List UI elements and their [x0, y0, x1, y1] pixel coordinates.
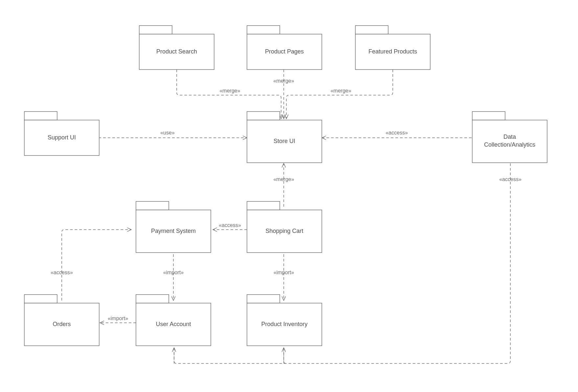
- svg-text:Payment System: Payment System: [151, 228, 196, 234]
- edge-label-import-2: «import»: [274, 270, 294, 275]
- edge-label-import-1: «import»: [163, 270, 184, 275]
- package-data-analytics: Data Collection/Analytics: [472, 112, 547, 163]
- svg-text:Product Inventory: Product Inventory: [261, 321, 307, 327]
- svg-text:Featured Products: Featured Products: [368, 48, 417, 55]
- svg-text:Support UI: Support UI: [48, 134, 76, 141]
- edge-analytics-down: [174, 163, 510, 363]
- svg-rect-3: [247, 26, 280, 34]
- svg-text:Product Search: Product Search: [156, 48, 197, 55]
- edge-label-merge-4: «merge»: [273, 176, 294, 182]
- package-product-pages: Product Pages: [247, 26, 322, 70]
- svg-text:Shopping Cart: Shopping Cart: [265, 228, 303, 234]
- edge-label-merge-1: «merge»: [219, 88, 240, 93]
- svg-rect-0: [139, 26, 172, 34]
- edge-label-import-3: «import»: [108, 316, 128, 321]
- edge-orders-payment: [62, 230, 131, 300]
- svg-rect-28: [136, 295, 169, 303]
- svg-rect-22: [247, 201, 280, 210]
- edge-label-merge-3: «merge»: [330, 88, 351, 93]
- package-user-account: User Account: [136, 295, 211, 346]
- svg-rect-12: [247, 112, 280, 120]
- edge-label-merge-2: «merge»: [273, 78, 294, 84]
- svg-text:Store UI: Store UI: [274, 138, 295, 144]
- svg-rect-9: [24, 112, 57, 120]
- edge-label-access-2: «access»: [219, 222, 241, 228]
- package-shopping-cart: Shopping Cart: [247, 201, 322, 253]
- package-payment-system: Payment System: [136, 201, 211, 253]
- svg-text:Collection/Analytics: Collection/Analytics: [484, 141, 535, 148]
- package-product-inventory: Product Inventory: [247, 295, 322, 346]
- edge-label-access-4: «access»: [499, 176, 522, 182]
- svg-text:User Account: User Account: [156, 321, 191, 327]
- package-support-ui: Support UI: [24, 112, 99, 155]
- edge-label-use: «use»: [160, 130, 175, 135]
- svg-rect-15: [472, 112, 505, 120]
- svg-text:Data: Data: [503, 134, 516, 140]
- package-featured-products: Featured Products: [355, 26, 430, 70]
- svg-rect-25: [24, 295, 57, 303]
- svg-text:Orders: Orders: [53, 321, 71, 327]
- svg-rect-31: [247, 295, 280, 303]
- edge-label-access-1: «access»: [386, 130, 408, 135]
- svg-rect-19: [136, 201, 169, 210]
- uml-package-diagram: «merge» «merge» «merge» «use» «access» «…: [0, 0, 578, 392]
- package-orders: Orders: [24, 295, 99, 346]
- package-product-search: Product Search: [139, 26, 214, 70]
- edge-featured-storeui: [286, 70, 393, 119]
- svg-rect-6: [355, 26, 388, 34]
- edge-label-access-3: «access»: [51, 270, 73, 275]
- package-store-ui: Store UI: [247, 112, 322, 163]
- svg-text:Product Pages: Product Pages: [265, 48, 304, 55]
